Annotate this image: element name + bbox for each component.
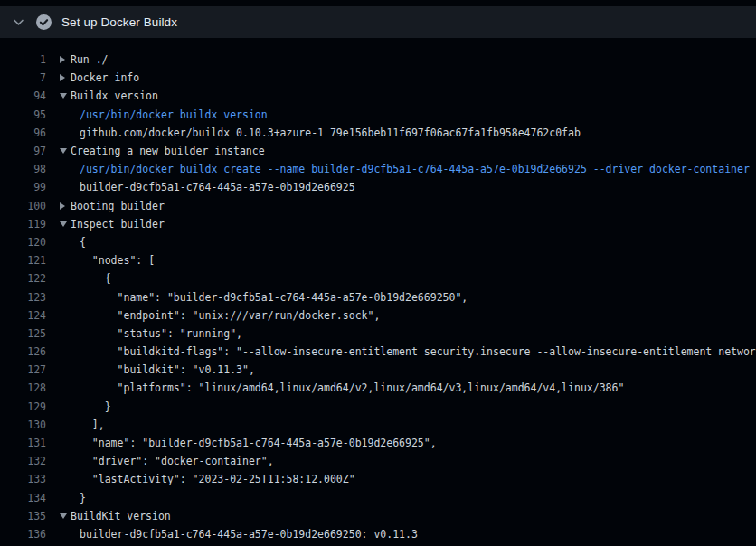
log-line: 130 ], <box>0 416 756 434</box>
output-text: { <box>80 272 111 285</box>
triangle-down-icon <box>60 511 71 522</box>
output-text: } <box>80 492 86 504</box>
line-number-link[interactable]: 125 <box>0 327 46 340</box>
line-number-link[interactable]: 96 <box>0 127 46 139</box>
line-number-link[interactable]: 127 <box>0 363 46 376</box>
line-number-link[interactable]: 129 <box>0 400 46 413</box>
group-title: Inspect builder <box>71 218 165 231</box>
output-text: "status": "running", <box>80 327 242 340</box>
line-number-link[interactable]: 136 <box>0 528 46 541</box>
triangle-right-icon <box>60 201 71 212</box>
output-text: { <box>80 236 86 249</box>
chevron-down-icon[interactable] <box>12 16 24 29</box>
triangle-down-icon <box>60 146 71 156</box>
line-number-link[interactable]: 134 <box>0 492 46 504</box>
output-text: "buildkitd-flags": "--allow-insecure-ent… <box>80 345 756 358</box>
output-text: "name": "builder-d9cfb5a1-c764-445a-a57e… <box>80 291 468 304</box>
line-number-link[interactable]: 123 <box>0 291 46 304</box>
triangle-right-icon <box>60 72 71 83</box>
output-text: "endpoint": "unix:///var/run/docker.sock… <box>80 309 380 322</box>
log-line: 98 /usr/bin/docker buildx create --name … <box>0 160 756 178</box>
log-line: 99 builder-d9cfb5a1-c764-445a-a57e-0b19d… <box>0 178 756 196</box>
output-text: builder-d9cfb5a1-c764-445a-a57e-0b19d2e6… <box>80 528 418 541</box>
group-title: Booting builder <box>71 200 165 212</box>
log-line: 134 } <box>0 489 756 507</box>
line-number-link[interactable]: 133 <box>0 473 46 485</box>
line-number-link[interactable]: 98 <box>0 163 46 175</box>
line-number-link[interactable]: 7 <box>0 71 46 84</box>
command-text: /usr/bin/docker buildx create --name bui… <box>80 163 750 175</box>
line-number-link[interactable]: 122 <box>0 272 46 285</box>
log-line: 136 builder-d9cfb5a1-c764-445a-a57e-0b19… <box>0 525 756 543</box>
line-number-link[interactable]: 95 <box>0 108 46 121</box>
line-number-link[interactable]: 128 <box>0 381 46 394</box>
log-line: 95 /usr/bin/docker buildx version <box>0 106 756 124</box>
output-text: github.com/docker/buildx 0.10.3+azure-1 … <box>80 127 581 139</box>
log-line: 96 github.com/docker/buildx 0.10.3+azure… <box>0 124 756 142</box>
log-line[interactable]: 7 Docker info <box>0 69 756 87</box>
log-area: 1 Run ./ 7 Docker info 94 Buildx version… <box>0 38 756 543</box>
log-line: 126 "buildkitd-flags": "--allow-insecure… <box>0 343 756 361</box>
line-number-link[interactable]: 131 <box>0 437 46 449</box>
group-title: Creating a new builder instance <box>71 145 265 157</box>
triangle-down-icon <box>60 219 71 230</box>
command-text: /usr/bin/docker buildx version <box>80 108 268 121</box>
log-line: 129 } <box>0 398 756 416</box>
log-line[interactable]: 135 BuildKit version <box>0 507 756 525</box>
step-title: Set up Docker Buildx <box>61 15 177 29</box>
output-text: "name": "builder-d9cfb5a1-c764-445a-a57e… <box>80 437 437 449</box>
log-line: 131 "name": "builder-d9cfb5a1-c764-445a-… <box>0 434 756 452</box>
log-line: 120 { <box>0 233 756 251</box>
log-line: 122 { <box>0 269 756 287</box>
line-number-link[interactable]: 135 <box>0 510 46 522</box>
log-line: 123 "name": "builder-d9cfb5a1-c764-445a-… <box>0 287 756 306</box>
log-line: 127 "buildkit": "v0.11.3", <box>0 361 756 379</box>
line-number-link[interactable]: 94 <box>0 89 46 102</box>
log-line[interactable]: 119 Inspect builder <box>0 215 756 233</box>
line-number-link[interactable]: 100 <box>0 200 46 212</box>
output-text: builder-d9cfb5a1-c764-445a-a57e-0b19d2e6… <box>80 181 355 193</box>
output-text: "nodes": [ <box>80 254 155 267</box>
log-line[interactable]: 97 Creating a new builder instance <box>0 142 756 160</box>
output-text: } <box>80 400 111 413</box>
check-circle-icon <box>36 14 52 30</box>
line-number-link[interactable]: 120 <box>0 236 46 249</box>
output-text: "lastActivity": "2023-02-25T11:58:12.000… <box>80 473 355 485</box>
triangle-down-icon <box>60 90 71 101</box>
log-line: 133 "lastActivity": "2023-02-25T11:58:12… <box>0 470 756 488</box>
output-text: "driver": "docker-container", <box>80 455 274 467</box>
output-text: "platforms": "linux/amd64,linux/amd64/v2… <box>80 381 624 394</box>
line-number-link[interactable]: 132 <box>0 455 46 467</box>
triangle-right-icon <box>60 54 71 65</box>
group-title: BuildKit version <box>71 510 171 522</box>
log-line[interactable]: 94 Buildx version <box>0 87 756 105</box>
line-number-link[interactable]: 1 <box>0 53 46 66</box>
line-number-link[interactable]: 124 <box>0 309 46 322</box>
log-line[interactable]: 100 Booting builder <box>0 197 756 215</box>
output-text: "buildkit": "v0.11.3", <box>80 363 255 376</box>
line-number-link[interactable]: 99 <box>0 181 46 193</box>
line-number-link[interactable]: 126 <box>0 345 46 358</box>
line-number-link[interactable]: 97 <box>0 145 46 157</box>
output-text: ], <box>80 419 105 431</box>
log-line: 125 "status": "running", <box>0 325 756 343</box>
line-number-link[interactable]: 119 <box>0 218 46 231</box>
group-title: Docker info <box>71 71 139 84</box>
line-number-link[interactable]: 130 <box>0 419 46 431</box>
log-line: 124 "endpoint": "unix:///var/run/docker.… <box>0 306 756 325</box>
line-number-link[interactable]: 121 <box>0 254 46 267</box>
step-header[interactable]: Set up Docker Buildx <box>0 6 756 38</box>
log-line: 121 "nodes": [ <box>0 251 756 269</box>
log-line[interactable]: 1 Run ./ <box>0 51 756 69</box>
group-title: Buildx version <box>71 89 158 102</box>
group-title: Run ./ <box>71 53 109 66</box>
log-line: 128 "platforms": "linux/amd64,linux/amd6… <box>0 379 756 397</box>
log-line: 132 "driver": "docker-container", <box>0 452 756 470</box>
